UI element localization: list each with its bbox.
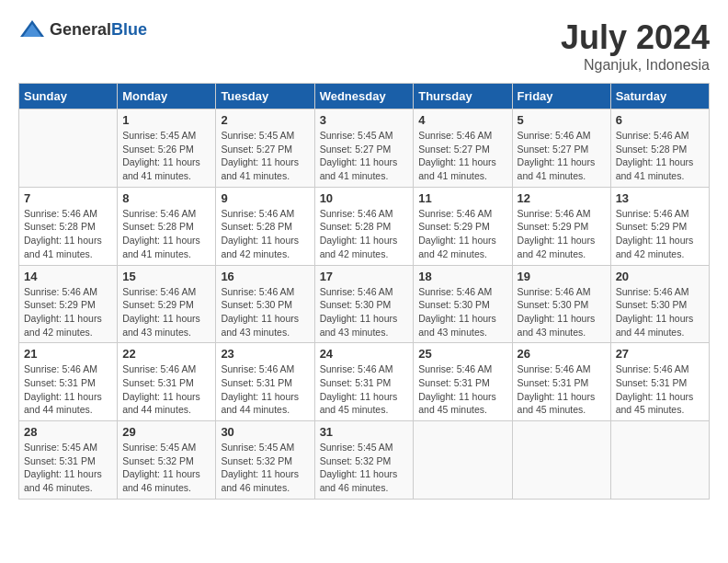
day-number: 25 — [418, 347, 506, 361]
calendar-cell: 22Sunrise: 5:46 AMSunset: 5:31 PMDayligh… — [118, 343, 216, 421]
day-info: Sunrise: 5:46 AMSunset: 5:29 PMDaylight:… — [418, 207, 506, 261]
calendar-cell: 11Sunrise: 5:46 AMSunset: 5:29 PMDayligh… — [414, 187, 512, 265]
page-header: GeneralBlue July 2024 Nganjuk, Indonesia — [18, 18, 710, 74]
logo-blue: Blue — [111, 20, 147, 39]
week-row-4: 21Sunrise: 5:46 AMSunset: 5:31 PMDayligh… — [19, 343, 710, 421]
header-row: SundayMondayTuesdayWednesdayThursdayFrid… — [19, 84, 710, 109]
calendar-cell: 12Sunrise: 5:46 AMSunset: 5:29 PMDayligh… — [512, 187, 610, 265]
title-block: July 2024 Nganjuk, Indonesia — [561, 18, 710, 74]
calendar-cell: 25Sunrise: 5:46 AMSunset: 5:31 PMDayligh… — [414, 343, 512, 421]
day-number: 24 — [320, 347, 409, 361]
calendar-cell: 18Sunrise: 5:46 AMSunset: 5:30 PMDayligh… — [414, 265, 512, 343]
day-info: Sunrise: 5:46 AMSunset: 5:28 PMDaylight:… — [616, 129, 704, 183]
calendar-cell: 24Sunrise: 5:46 AMSunset: 5:31 PMDayligh… — [314, 343, 414, 421]
week-row-3: 14Sunrise: 5:46 AMSunset: 5:29 PMDayligh… — [19, 265, 710, 343]
day-info: Sunrise: 5:46 AMSunset: 5:31 PMDaylight:… — [616, 362, 704, 417]
day-number: 21 — [24, 347, 112, 361]
day-number: 13 — [616, 191, 704, 205]
header-cell-thursday: Thursday — [414, 84, 512, 109]
week-row-5: 28Sunrise: 5:45 AMSunset: 5:31 PMDayligh… — [19, 421, 710, 500]
day-info: Sunrise: 5:46 AMSunset: 5:30 PMDaylight:… — [418, 285, 506, 339]
calendar-cell: 19Sunrise: 5:46 AMSunset: 5:30 PMDayligh… — [512, 265, 610, 343]
day-info: Sunrise: 5:46 AMSunset: 5:29 PMDaylight:… — [518, 207, 606, 261]
day-info: Sunrise: 5:46 AMSunset: 5:28 PMDaylight:… — [24, 207, 112, 261]
calendar-cell: 1Sunrise: 5:45 AMSunset: 5:26 PMDaylight… — [118, 109, 216, 188]
day-number: 28 — [24, 425, 112, 439]
day-number: 9 — [221, 191, 309, 205]
day-info: Sunrise: 5:45 AMSunset: 5:32 PMDaylight:… — [320, 441, 409, 495]
calendar-cell: 31Sunrise: 5:45 AMSunset: 5:32 PMDayligh… — [314, 421, 414, 500]
day-info: Sunrise: 5:45 AMSunset: 5:32 PMDaylight:… — [122, 441, 210, 495]
logo-icon — [18, 18, 46, 40]
day-info: Sunrise: 5:46 AMSunset: 5:29 PMDaylight:… — [24, 285, 112, 339]
day-info: Sunrise: 5:45 AMSunset: 5:27 PMDaylight:… — [320, 129, 409, 183]
day-number: 3 — [320, 113, 409, 127]
day-number: 31 — [320, 425, 409, 439]
day-number: 26 — [518, 347, 606, 361]
day-number: 16 — [221, 270, 309, 283]
day-number: 14 — [24, 270, 112, 283]
calendar-cell: 5Sunrise: 5:46 AMSunset: 5:27 PMDaylight… — [512, 109, 610, 188]
calendar-table: SundayMondayTuesdayWednesdayThursdayFrid… — [18, 83, 710, 500]
calendar-cell: 6Sunrise: 5:46 AMSunset: 5:28 PMDaylight… — [610, 109, 709, 188]
header-cell-sunday: Sunday — [19, 84, 118, 109]
day-number: 4 — [418, 113, 506, 127]
calendar-cell: 15Sunrise: 5:46 AMSunset: 5:29 PMDayligh… — [118, 265, 216, 343]
day-number: 29 — [122, 425, 210, 439]
day-number: 5 — [518, 113, 606, 127]
logo: GeneralBlue — [18, 18, 147, 40]
day-number: 11 — [418, 191, 506, 205]
calendar-header: SundayMondayTuesdayWednesdayThursdayFrid… — [19, 84, 710, 109]
day-info: Sunrise: 5:45 AMSunset: 5:26 PMDaylight:… — [122, 129, 210, 183]
day-info: Sunrise: 5:46 AMSunset: 5:27 PMDaylight:… — [418, 129, 506, 183]
day-info: Sunrise: 5:45 AMSunset: 5:31 PMDaylight:… — [24, 441, 112, 495]
day-info: Sunrise: 5:46 AMSunset: 5:31 PMDaylight:… — [221, 362, 309, 417]
day-info: Sunrise: 5:46 AMSunset: 5:31 PMDaylight:… — [122, 362, 210, 417]
day-number: 8 — [122, 191, 210, 205]
calendar-cell: 28Sunrise: 5:45 AMSunset: 5:31 PMDayligh… — [19, 421, 118, 500]
day-info: Sunrise: 5:46 AMSunset: 5:29 PMDaylight:… — [616, 207, 704, 261]
calendar-cell — [610, 421, 709, 500]
day-number: 1 — [122, 113, 210, 127]
calendar-cell: 23Sunrise: 5:46 AMSunset: 5:31 PMDayligh… — [216, 343, 314, 421]
header-cell-saturday: Saturday — [610, 84, 709, 109]
calendar-cell: 8Sunrise: 5:46 AMSunset: 5:28 PMDaylight… — [118, 187, 216, 265]
day-number: 30 — [221, 425, 309, 439]
day-number: 10 — [320, 191, 409, 205]
day-number: 2 — [221, 113, 309, 127]
day-number: 22 — [122, 347, 210, 361]
calendar-cell: 30Sunrise: 5:45 AMSunset: 5:32 PMDayligh… — [216, 421, 314, 500]
day-number: 6 — [616, 113, 704, 127]
month-year-title: July 2024 — [561, 18, 710, 57]
header-cell-wednesday: Wednesday — [314, 84, 414, 109]
week-row-2: 7Sunrise: 5:46 AMSunset: 5:28 PMDaylight… — [19, 187, 710, 265]
header-cell-friday: Friday — [512, 84, 610, 109]
calendar-cell: 7Sunrise: 5:46 AMSunset: 5:28 PMDaylight… — [19, 187, 118, 265]
calendar-cell: 13Sunrise: 5:46 AMSunset: 5:29 PMDayligh… — [610, 187, 709, 265]
calendar-cell: 21Sunrise: 5:46 AMSunset: 5:31 PMDayligh… — [19, 343, 118, 421]
day-info: Sunrise: 5:46 AMSunset: 5:31 PMDaylight:… — [320, 362, 409, 417]
day-info: Sunrise: 5:45 AMSunset: 5:32 PMDaylight:… — [221, 441, 309, 495]
day-info: Sunrise: 5:46 AMSunset: 5:31 PMDaylight:… — [518, 362, 606, 417]
calendar-body: 1Sunrise: 5:45 AMSunset: 5:26 PMDaylight… — [19, 109, 710, 500]
calendar-cell: 9Sunrise: 5:46 AMSunset: 5:28 PMDaylight… — [216, 187, 314, 265]
logo-text: GeneralBlue — [50, 20, 147, 40]
day-number: 23 — [221, 347, 309, 361]
day-info: Sunrise: 5:46 AMSunset: 5:27 PMDaylight:… — [518, 129, 606, 183]
calendar-cell: 10Sunrise: 5:46 AMSunset: 5:28 PMDayligh… — [314, 187, 414, 265]
day-info: Sunrise: 5:46 AMSunset: 5:28 PMDaylight:… — [122, 207, 210, 261]
day-info: Sunrise: 5:46 AMSunset: 5:30 PMDaylight:… — [518, 285, 606, 339]
day-number: 17 — [320, 270, 409, 283]
day-info: Sunrise: 5:46 AMSunset: 5:28 PMDaylight:… — [221, 207, 309, 261]
calendar-cell: 4Sunrise: 5:46 AMSunset: 5:27 PMDaylight… — [414, 109, 512, 188]
header-cell-monday: Monday — [118, 84, 216, 109]
calendar-cell — [19, 109, 118, 188]
day-info: Sunrise: 5:46 AMSunset: 5:31 PMDaylight:… — [418, 362, 506, 417]
day-info: Sunrise: 5:46 AMSunset: 5:30 PMDaylight:… — [221, 285, 309, 339]
header-cell-tuesday: Tuesday — [216, 84, 314, 109]
calendar-cell: 29Sunrise: 5:45 AMSunset: 5:32 PMDayligh… — [118, 421, 216, 500]
week-row-1: 1Sunrise: 5:45 AMSunset: 5:26 PMDaylight… — [19, 109, 710, 188]
location-subtitle: Nganjuk, Indonesia — [561, 57, 710, 74]
calendar-cell: 17Sunrise: 5:46 AMSunset: 5:30 PMDayligh… — [314, 265, 414, 343]
calendar-cell: 16Sunrise: 5:46 AMSunset: 5:30 PMDayligh… — [216, 265, 314, 343]
